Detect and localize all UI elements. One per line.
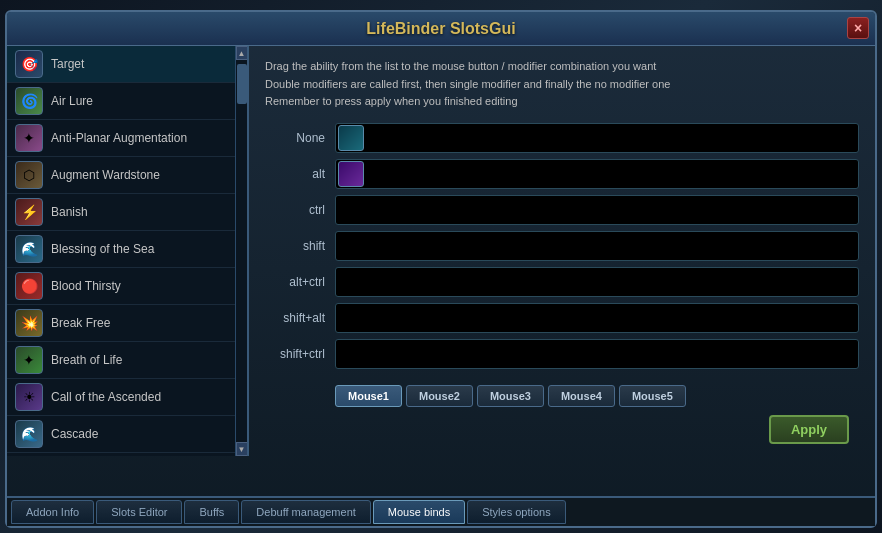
slot-shift-alt[interactable] xyxy=(335,303,859,333)
ability-item-break[interactable]: 💥Break Free xyxy=(7,305,247,342)
modifier-row-alt: alt xyxy=(265,159,859,189)
mouse-button-mouse5[interactable]: Mouse5 xyxy=(619,385,686,407)
instruction-line1: Drag the ability from the list to the mo… xyxy=(265,58,859,76)
modifier-label-ctrl: ctrl xyxy=(265,203,325,217)
ability-icon-target: 🎯 xyxy=(15,50,43,78)
ability-icon-anti-planar: ✦ xyxy=(15,124,43,152)
ability-item-blessing[interactable]: 🌊Blessing of the Sea xyxy=(7,231,247,268)
ability-item-anti-planar[interactable]: ✦Anti-Planar Augmentation xyxy=(7,120,247,157)
apply-button[interactable]: Apply xyxy=(769,415,849,444)
instruction-line3: Remember to press apply when you finishe… xyxy=(265,93,859,111)
ability-name-cascade: Cascade xyxy=(51,427,98,441)
ability-item-changing[interactable]: ⟳Changing Role xyxy=(7,453,247,456)
ability-item-augment[interactable]: ⬡Augment Wardstone xyxy=(7,157,247,194)
mouse-button-mouse1[interactable]: Mouse1 xyxy=(335,385,402,407)
tab-styles-options[interactable]: Styles options xyxy=(467,500,565,524)
ability-item-air-lure[interactable]: 🌀Air Lure xyxy=(7,83,247,120)
modifier-rows: Nonealtctrlshiftalt+ctrlshift+altshift+c… xyxy=(265,123,859,377)
ability-item-breath[interactable]: ✦Breath of Life xyxy=(7,342,247,379)
mouse-button-mouse2[interactable]: Mouse2 xyxy=(406,385,473,407)
slot-none[interactable] xyxy=(335,123,859,153)
modifier-row-shift: shift xyxy=(265,231,859,261)
modifier-label-shift-alt: shift+alt xyxy=(265,311,325,325)
ability-icon-call: ☀ xyxy=(15,383,43,411)
ability-name-air-lure: Air Lure xyxy=(51,94,93,108)
modifier-row-shift-alt: shift+alt xyxy=(265,303,859,333)
modifier-row-shift-ctrl: shift+ctrl xyxy=(265,339,859,369)
ability-icon-blood: 🔴 xyxy=(15,272,43,300)
ability-name-banish: Banish xyxy=(51,205,88,219)
modifier-row-none: None xyxy=(265,123,859,153)
ability-icon-augment: ⬡ xyxy=(15,161,43,189)
ability-name-call: Call of the Ascended xyxy=(51,390,161,404)
tab-slots-editor[interactable]: Slots Editor xyxy=(96,500,182,524)
ability-list: 🎯Target🌀Air Lure✦Anti-Planar Augmentatio… xyxy=(7,46,247,456)
mouse-button-mouse4[interactable]: Mouse4 xyxy=(548,385,615,407)
ability-item-target[interactable]: 🎯Target xyxy=(7,46,247,83)
slot-ctrl[interactable] xyxy=(335,195,859,225)
modifier-label-alt: alt xyxy=(265,167,325,181)
scroll-up-arrow[interactable]: ▲ xyxy=(236,46,248,60)
tab-debuff-management[interactable]: Debuff management xyxy=(241,500,370,524)
tab-mouse-binds[interactable]: Mouse binds xyxy=(373,500,465,524)
ability-name-augment: Augment Wardstone xyxy=(51,168,160,182)
modifier-label-none: None xyxy=(265,131,325,145)
content-area: 🎯Target🌀Air Lure✦Anti-Planar Augmentatio… xyxy=(7,46,875,456)
slot-icon-none xyxy=(338,125,364,151)
slot-icon-alt xyxy=(338,161,364,187)
ability-name-breath: Breath of Life xyxy=(51,353,122,367)
modifier-label-shift-ctrl: shift+ctrl xyxy=(265,347,325,361)
ability-name-break: Break Free xyxy=(51,316,110,330)
modifier-row-alt-ctrl: alt+ctrl xyxy=(265,267,859,297)
modifier-label-alt-ctrl: alt+ctrl xyxy=(265,275,325,289)
tab-addon-info[interactable]: Addon Info xyxy=(11,500,94,524)
slot-alt-ctrl[interactable] xyxy=(335,267,859,297)
ability-icon-air-lure: 🌀 xyxy=(15,87,43,115)
close-button[interactable]: × xyxy=(847,17,869,39)
title-bar: LifeBinder SlotsGui × xyxy=(7,12,875,46)
modifier-label-shift: shift xyxy=(265,239,325,253)
bottom-tabs: Addon InfoSlots EditorBuffsDebuff manage… xyxy=(7,496,875,526)
ability-name-anti-planar: Anti-Planar Augmentation xyxy=(51,131,187,145)
ability-icon-blessing: 🌊 xyxy=(15,235,43,263)
scrollbar[interactable]: ▲ ▼ xyxy=(235,46,247,456)
slot-alt[interactable] xyxy=(335,159,859,189)
ability-name-blessing: Blessing of the Sea xyxy=(51,242,154,256)
scroll-down-arrow[interactable]: ▼ xyxy=(236,442,248,456)
ability-icon-breath: ✦ xyxy=(15,346,43,374)
mouse-button-mouse3[interactable]: Mouse3 xyxy=(477,385,544,407)
ability-icon-break: 💥 xyxy=(15,309,43,337)
instruction-line2: Double modifiers are called first, then … xyxy=(265,76,859,94)
scroll-thumb[interactable] xyxy=(237,64,247,104)
ability-item-banish[interactable]: ⚡Banish xyxy=(7,194,247,231)
ability-item-call[interactable]: ☀Call of the Ascended xyxy=(7,379,247,416)
slot-shift[interactable] xyxy=(335,231,859,261)
ability-name-target: Target xyxy=(51,57,84,71)
ability-icon-cascade: 🌊 xyxy=(15,420,43,448)
right-panel: Drag the ability from the list to the mo… xyxy=(249,46,875,456)
ability-item-blood[interactable]: 🔴Blood Thirsty xyxy=(7,268,247,305)
apply-area: Apply xyxy=(265,415,859,444)
ability-item-cascade[interactable]: 🌊Cascade xyxy=(7,416,247,453)
main-window: LifeBinder SlotsGui × 🎯Target🌀Air Lure✦A… xyxy=(5,10,877,528)
modifier-row-ctrl: ctrl xyxy=(265,195,859,225)
instructions: Drag the ability from the list to the mo… xyxy=(265,58,859,111)
mouse-buttons-row: Mouse1Mouse2Mouse3Mouse4Mouse5 xyxy=(265,377,859,413)
window-title: LifeBinder SlotsGui xyxy=(366,20,515,38)
tab-buffs[interactable]: Buffs xyxy=(184,500,239,524)
ability-list-panel: 🎯Target🌀Air Lure✦Anti-Planar Augmentatio… xyxy=(7,46,249,456)
ability-name-blood: Blood Thirsty xyxy=(51,279,121,293)
slot-shift-ctrl[interactable] xyxy=(335,339,859,369)
ability-icon-banish: ⚡ xyxy=(15,198,43,226)
